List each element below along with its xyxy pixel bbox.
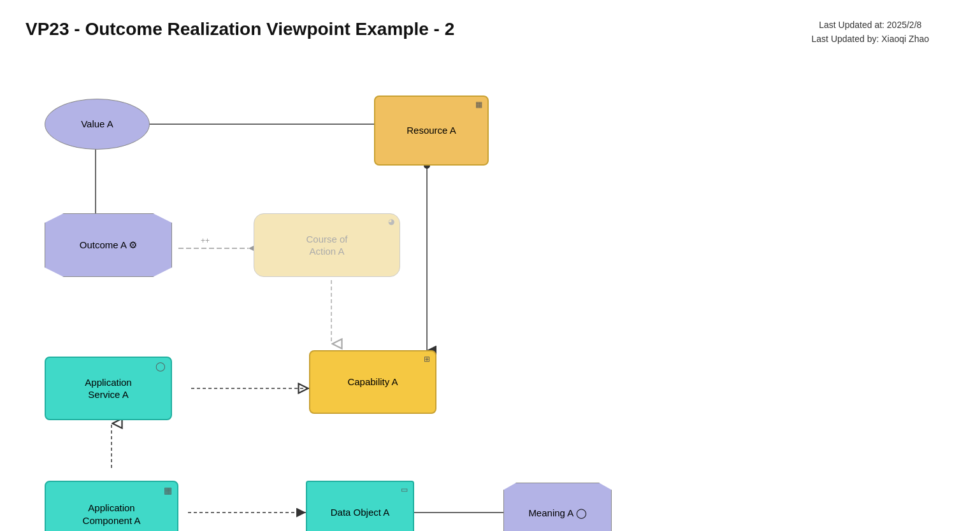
last-updated-at: Last Updated at: 2025/2/8: [812, 18, 929, 32]
meaning-a-node[interactable]: Meaning A ◯: [503, 483, 612, 531]
resource-a-node[interactable]: ▦ Resource A: [374, 96, 489, 166]
diagram-canvas: ++: [19, 76, 720, 522]
meta-info: Last Updated at: 2025/2/8 Last Updated b…: [812, 18, 929, 46]
capability-a-node[interactable]: ⊞ Capability A: [309, 350, 436, 414]
value-a-node[interactable]: Value A: [45, 99, 150, 150]
svg-text:++: ++: [201, 236, 210, 245]
outcome-a-node[interactable]: Outcome A ⚙: [45, 213, 172, 277]
app-service-node[interactable]: ◯ ApplicationService A: [45, 357, 172, 420]
data-object-node[interactable]: ▭ Data Object A: [306, 481, 414, 531]
course-of-action-node[interactable]: ◕ Course ofAction A: [254, 213, 400, 277]
app-component-node[interactable]: ▦ ApplicationComponent A: [45, 481, 178, 531]
last-updated-by: Last Updated by: Xiaoqi Zhao: [812, 32, 929, 46]
page-title: VP23 - Outcome Realization Viewpoint Exa…: [25, 19, 454, 39]
